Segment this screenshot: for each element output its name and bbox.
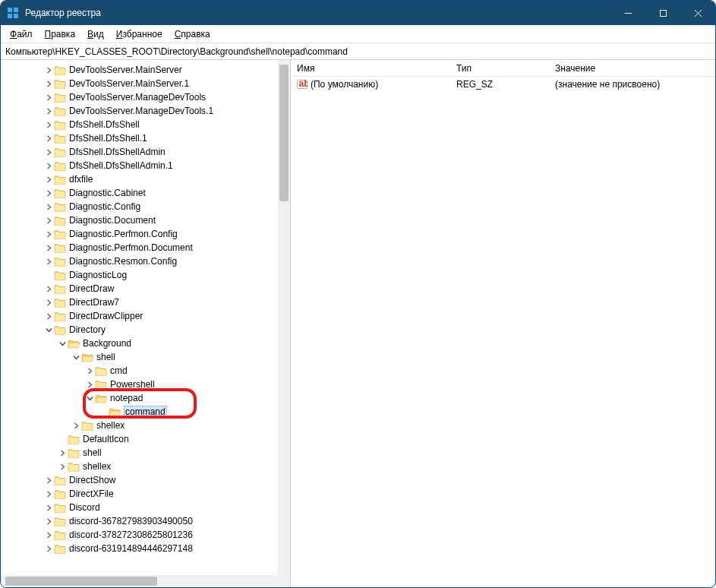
chevron-right-icon[interactable] — [43, 119, 54, 130]
tree-item[interactable]: cmd — [1, 364, 290, 378]
menu-edit[interactable]: Правка — [39, 27, 82, 42]
chevron-right-icon[interactable] — [43, 530, 54, 540]
chevron-right-icon[interactable] — [43, 242, 54, 253]
folder-icon — [54, 502, 66, 513]
tree-item[interactable]: Discord — [1, 501, 290, 514]
scrollbar-thumb[interactable] — [5, 577, 157, 586]
chevron-right-icon[interactable] — [71, 420, 81, 431]
chevron-right-icon[interactable] — [84, 365, 95, 376]
tree-item[interactable]: Powershell — [1, 378, 290, 391]
chevron-right-icon[interactable] — [43, 92, 54, 103]
chevron-right-icon[interactable] — [43, 311, 54, 321]
tree-scrollbar-horizontal[interactable] — [1, 575, 290, 587]
tree-item[interactable]: shellex — [1, 419, 290, 432]
scrollbar-thumb[interactable] — [279, 65, 289, 201]
chevron-right-icon[interactable] — [43, 133, 54, 144]
tree-item[interactable]: command — [1, 405, 290, 419]
chevron-right-icon[interactable] — [43, 188, 54, 198]
tree-scrollbar-vertical[interactable] — [278, 60, 290, 575]
folder-icon — [54, 160, 66, 171]
chevron-right-icon[interactable] — [43, 488, 54, 499]
chevron-right-icon[interactable] — [43, 516, 54, 526]
tree-item[interactable]: DevToolsServer.ManageDevTools — [1, 90, 290, 104]
column-header-value[interactable]: Значение — [549, 63, 715, 74]
column-header-name[interactable]: Имя — [291, 63, 450, 74]
folder-open-icon — [109, 406, 121, 417]
menu-help[interactable]: Справка — [169, 27, 216, 42]
chevron-right-icon[interactable] — [84, 379, 95, 390]
tree-item-label: Discord — [69, 502, 100, 513]
tree-item[interactable]: DiagnosticLog — [1, 268, 290, 282]
chevron-right-icon[interactable] — [43, 256, 54, 267]
tree-item[interactable]: Diagnostic.Perfmon.Document — [1, 241, 290, 254]
menu-view[interactable]: Вид — [81, 27, 110, 42]
chevron-right-icon[interactable] — [43, 78, 54, 89]
chevron-down-icon[interactable] — [84, 393, 95, 403]
chevron-right-icon[interactable] — [43, 283, 54, 294]
chevron-down-icon[interactable] — [43, 324, 54, 335]
folder-icon — [68, 461, 80, 472]
tree-item[interactable]: DevToolsServer.MainServer — [1, 63, 290, 77]
chevron-right-icon[interactable] — [57, 447, 68, 458]
chevron-right-icon[interactable] — [43, 229, 54, 239]
tree-item[interactable]: notepad — [1, 391, 290, 405]
tree-item[interactable]: DfsShell.DfsShellAdmin.1 — [1, 159, 290, 172]
tree-item[interactable]: dfxfile — [1, 172, 290, 186]
tree-item[interactable]: DfsShell.DfsShellAdmin — [1, 145, 290, 159]
tree-item[interactable]: DefaultIcon — [1, 432, 290, 446]
tree-item[interactable]: Diagnostic.Resmon.Config — [1, 254, 290, 268]
tree-item[interactable]: DirectXFile — [1, 487, 290, 501]
chevron-right-icon[interactable] — [43, 543, 54, 554]
tree-view[interactable]: DevToolsServer.MainServerDevToolsServer.… — [1, 60, 290, 575]
tree-item[interactable]: discord-378272308625801236 — [1, 528, 290, 542]
tree-item[interactable]: DirectDraw — [1, 282, 290, 296]
tree-item-label: command — [124, 406, 167, 418]
tree-item[interactable]: DevToolsServer.ManageDevTools.1 — [1, 104, 290, 118]
tree-item[interactable]: discord-367827983903490050 — [1, 514, 290, 528]
tree-item[interactable]: Background — [1, 337, 290, 350]
chevron-right-icon[interactable] — [43, 215, 54, 226]
chevron-right-icon[interactable] — [43, 174, 54, 185]
tree-item[interactable]: DirectDraw7 — [1, 296, 290, 309]
column-header-type[interactable]: Тип — [450, 63, 549, 74]
tree-item[interactable]: DevToolsServer.MainServer.1 — [1, 77, 290, 90]
chevron-right-icon[interactable] — [43, 160, 54, 171]
folder-icon — [54, 488, 66, 499]
tree-item[interactable]: DfsShell.DfsShell — [1, 118, 290, 131]
tree-item-label: discord-378272308625801236 — [69, 530, 193, 540]
chevron-right-icon[interactable] — [43, 475, 54, 485]
tree-item[interactable]: shell — [1, 446, 290, 460]
tree-item[interactable]: DirectDrawClipper — [1, 309, 290, 323]
menu-file[interactable]: Файл — [4, 27, 39, 42]
list-row[interactable]: (По умолчанию)REG_SZ(значение не присвое… — [291, 77, 715, 92]
tree-item-label: DfsShell.DfsShell — [69, 119, 140, 130]
folder-icon — [54, 147, 66, 157]
tree-item[interactable]: Diagnostic.Perfmon.Config — [1, 227, 290, 241]
tree-item[interactable]: shell — [1, 350, 290, 364]
list-body[interactable]: (По умолчанию)REG_SZ(значение не присвое… — [291, 77, 715, 92]
chevron-right-icon[interactable] — [57, 461, 68, 472]
chevron-right-icon[interactable] — [43, 106, 54, 116]
address-bar[interactable]: Компьютер\HKEY_CLASSES_ROOT\Directory\Ba… — [1, 43, 715, 60]
minimize-button[interactable] — [610, 1, 645, 25]
close-button[interactable] — [680, 1, 715, 25]
chevron-right-icon[interactable] — [43, 65, 54, 75]
chevron-right-icon[interactable] — [43, 147, 54, 157]
tree-item-label: Directory — [69, 324, 106, 335]
tree-item[interactable]: Diagnostic.Config — [1, 200, 290, 213]
chevron-right-icon[interactable] — [43, 297, 54, 308]
chevron-right-icon[interactable] — [43, 201, 54, 212]
tree-item[interactable]: Directory — [1, 323, 290, 337]
menu-favorites[interactable]: Избранное — [110, 27, 169, 42]
tree-item[interactable]: DirectShow — [1, 473, 290, 487]
chevron-right-icon[interactable] — [43, 502, 54, 513]
tree-item[interactable]: discord-631914894446297148 — [1, 542, 290, 555]
tree-item[interactable]: Diagnostic.Cabinet — [1, 186, 290, 200]
maximize-button[interactable] — [645, 1, 680, 25]
tree-item[interactable]: DfsShell.DfsShell.1 — [1, 131, 290, 145]
folder-icon — [54, 133, 66, 144]
chevron-down-icon[interactable] — [71, 352, 81, 362]
tree-item[interactable]: Diagnostic.Document — [1, 213, 290, 227]
tree-item[interactable]: shellex — [1, 460, 290, 473]
chevron-down-icon[interactable] — [57, 338, 68, 349]
